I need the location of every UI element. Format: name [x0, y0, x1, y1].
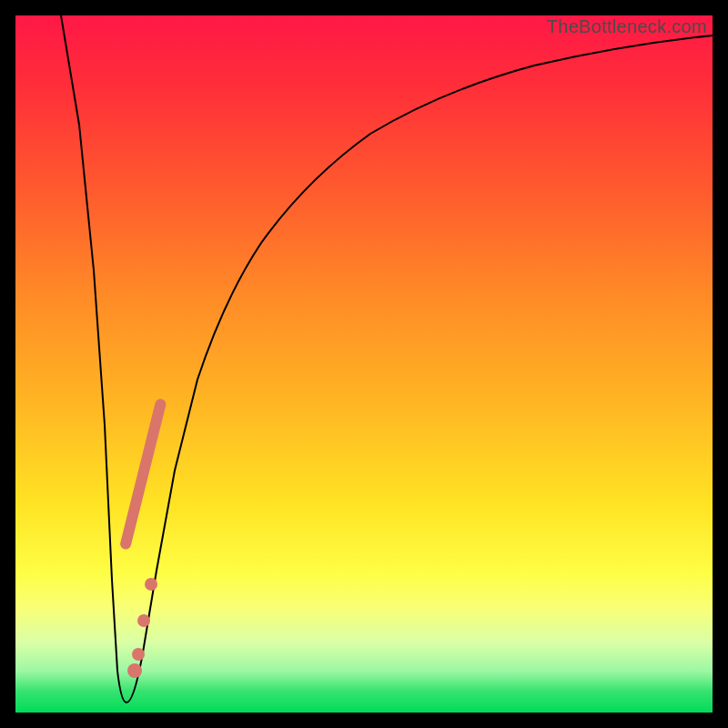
bottleneck-curve: [61, 15, 713, 703]
chart-frame: TheBottleneck.com: [0, 0, 728, 728]
chart-svg: [15, 15, 713, 713]
highlight-band: [119, 398, 167, 551]
highlight-dot: [132, 648, 145, 661]
highlight-dot: [127, 663, 142, 678]
highlight-dot: [145, 578, 157, 591]
plot-area: TheBottleneck.com: [15, 15, 713, 713]
highlight-dot: [137, 614, 150, 627]
